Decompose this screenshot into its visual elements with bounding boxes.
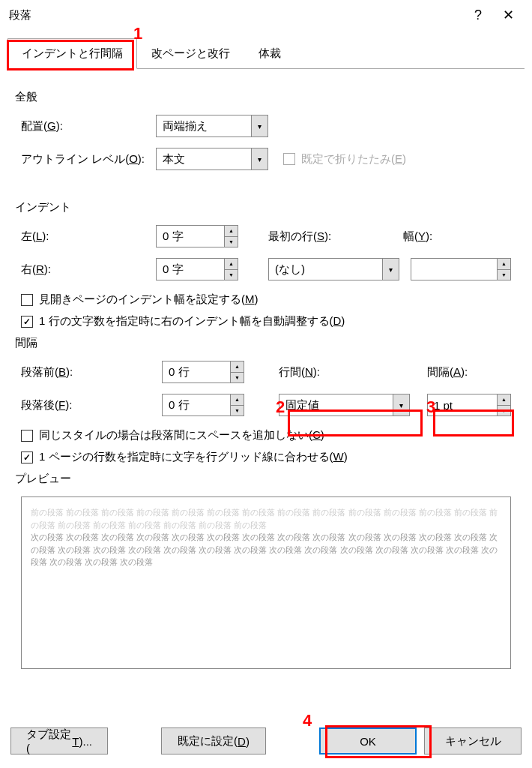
chevron-down-icon[interactable]: ▾ (251, 148, 267, 170)
spin-down-icon[interactable]: ▼ (225, 270, 238, 280)
spin-down-icon[interactable]: ▼ (231, 373, 244, 383)
marker-4: 4 (303, 711, 312, 730)
linespacing-value: 固定値 (279, 394, 393, 416)
at-spinner[interactable]: 1 pt ▲▼ (427, 394, 511, 416)
marker-1: 1 (133, 24, 142, 44)
section-spacing: 間隔 (15, 336, 511, 350)
snap-checkbox[interactable] (21, 452, 33, 464)
spin-up-icon[interactable]: ▲ (498, 394, 510, 406)
chevron-down-icon[interactable]: ▾ (393, 394, 409, 416)
snap-label: 1 ページの行数を指定時に文字を行グリッド線に合わせる(W) (39, 450, 348, 464)
section-general: 全般 (15, 90, 511, 104)
tab-typography[interactable]: 体裁 (244, 38, 295, 69)
alignment-label: 配置(G): (21, 119, 156, 134)
ok-button[interactable]: OK (319, 728, 417, 754)
tabs-button[interactable]: タブ設定(T)... (10, 728, 108, 754)
firstline-label: 最初の行(S): (268, 230, 403, 244)
alignment-select[interactable]: 両端揃え ▾ (156, 115, 268, 137)
cancel-button[interactable]: キャンセル (424, 728, 522, 754)
linespacing-select[interactable]: 固定値 ▾ (279, 394, 410, 416)
tab-strip: インデントと行間隔 改ページと改行 体裁 (7, 38, 525, 69)
auto-indent-label: 1 行の文字数を指定時に右のインデント幅を自動調整する(D) (39, 314, 345, 328)
outline-value: 本文 (157, 148, 251, 170)
width-spinner[interactable]: ▲▼ (411, 258, 511, 280)
help-icon[interactable]: ? (463, 8, 493, 23)
section-preview: プレビュー (15, 472, 511, 486)
at-label: 間隔(A): (427, 365, 511, 380)
nospace-checkbox[interactable] (21, 430, 33, 442)
titlebar: 段落 ? ✕ (0, 0, 532, 30)
after-value: 0 行 (163, 394, 230, 416)
indent-right-label: 右(R): (21, 262, 156, 277)
preview-box: 前の段落 前の段落 前の段落 前の段落 前の段落 前の段落 前の段落 前の段落 … (21, 496, 511, 669)
collapsed-label: 既定で折りたたみ(E) (301, 152, 406, 166)
spin-down-icon[interactable]: ▼ (498, 270, 510, 280)
marker-3: 3 (426, 398, 435, 417)
marker-2: 2 (276, 398, 285, 417)
spin-down-icon[interactable]: ▼ (231, 406, 244, 416)
dialog-title: 段落 (9, 8, 463, 22)
linespacing-label: 行間(N): (279, 365, 421, 380)
firstline-value: (なし) (269, 259, 382, 280)
after-label: 段落後(F): (21, 398, 156, 412)
before-value: 0 行 (163, 362, 230, 382)
outline-select[interactable]: 本文 ▾ (156, 148, 268, 170)
auto-indent-checkbox[interactable] (21, 316, 33, 328)
mirror-indent-checkbox[interactable] (21, 294, 33, 306)
tab-page-break[interactable]: 改ページと改行 (137, 38, 244, 69)
before-spinner[interactable]: 0 行 ▲▼ (162, 361, 244, 383)
nospace-label: 同じスタイルの場合は段落間にスペースを追加しない(C) (39, 428, 324, 442)
after-spinner[interactable]: 0 行 ▲▼ (162, 394, 244, 416)
width-value (411, 259, 497, 280)
close-icon[interactable]: ✕ (493, 7, 523, 23)
alignment-value: 両端揃え (157, 116, 251, 136)
firstline-select[interactable]: (なし) ▾ (268, 258, 399, 280)
spin-up-icon[interactable]: ▲ (225, 226, 238, 237)
chevron-down-icon[interactable]: ▾ (251, 116, 267, 136)
outline-label: アウトライン レベル(O): (21, 152, 156, 166)
section-indent: インデント (15, 200, 511, 214)
set-default-button[interactable]: 既定に設定(D) (161, 728, 266, 754)
width-label: 幅(Y): (403, 230, 511, 244)
indent-left-value: 0 字 (157, 226, 224, 247)
spin-up-icon[interactable]: ▲ (231, 394, 244, 406)
chevron-down-icon[interactable]: ▾ (382, 259, 399, 280)
spin-up-icon[interactable]: ▲ (231, 362, 244, 373)
tab-indent-spacing[interactable]: インデントと行間隔 (7, 38, 137, 69)
before-label: 段落前(B): (21, 365, 156, 380)
spin-up-icon[interactable]: ▲ (498, 259, 510, 270)
indent-right-spinner[interactable]: 0 字 ▲▼ (156, 258, 238, 280)
at-value: 1 pt (428, 394, 497, 416)
indent-left-spinner[interactable]: 0 字 ▲▼ (156, 225, 238, 248)
indent-left-label: 左(L): (21, 230, 156, 244)
indent-right-value: 0 字 (157, 259, 224, 280)
spin-up-icon[interactable]: ▲ (225, 259, 238, 270)
mirror-indent-label: 見開きページのインデント幅を設定する(M) (39, 292, 259, 307)
collapsed-checkbox (283, 153, 295, 165)
spin-down-icon[interactable]: ▼ (498, 406, 510, 416)
spin-down-icon[interactable]: ▼ (225, 237, 238, 248)
